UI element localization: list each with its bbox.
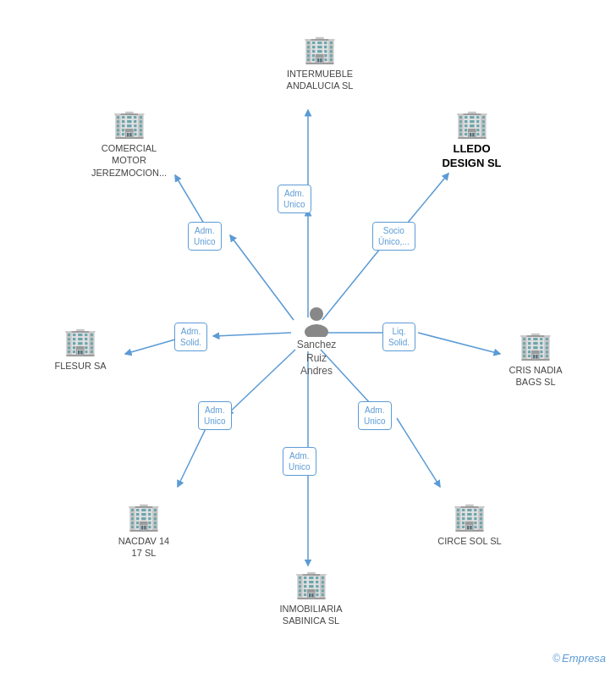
- role-badge-comercial[interactable]: Adm.Unico: [188, 222, 222, 251]
- building-icon-nacdav: 🏢: [129, 501, 159, 532]
- company-flesur[interactable]: 🏢 FLESUR SA: [47, 326, 114, 372]
- company-intermueble[interactable]: 🏢 INTERMUEBLEANDALUCIA SL: [282, 34, 358, 92]
- role-badge-nacdav[interactable]: Adm.Unico: [198, 401, 232, 430]
- company-inmobiliaria[interactable]: 🏢 INMOBILIARIASABINICA SL: [271, 569, 351, 627]
- svg-line-3: [175, 175, 204, 223]
- company-comercial[interactable]: 🏢 COMERCIALMOTORJEREZMOCION...: [89, 108, 169, 179]
- role-text-crisnadia: Liq.Solid.: [382, 323, 415, 351]
- center-person-node[interactable]: Sanchez Ruiz Andres: [291, 303, 342, 378]
- role-badge-inmobiliaria[interactable]: Adm.Unico: [283, 447, 316, 476]
- role-badge-crisnadia[interactable]: Liq.Solid.: [382, 323, 415, 351]
- building-icon-circe: 🏢: [454, 501, 485, 532]
- company-label-inmobiliaria: INMOBILIARIASABINICA SL: [280, 603, 343, 627]
- svg-line-5: [407, 174, 448, 223]
- role-text-lledo: SocioÚnico,...: [372, 222, 415, 251]
- svg-line-9: [418, 333, 500, 354]
- building-icon-lledo: 🏢: [457, 108, 487, 139]
- graph-container: Sanchez Ruiz Andres 🏢 INTERMUEBLEANDALUC…: [0, 0, 616, 673]
- role-text-flesur: Adm.Solid.: [174, 323, 207, 351]
- company-label-intermueble: INTERMUEBLEANDALUCIA SL: [287, 68, 354, 92]
- company-label-circe: CIRCE SOL SL: [437, 535, 501, 547]
- role-badge-lledo[interactable]: SocioÚnico,...: [372, 222, 415, 251]
- company-label-lledo: LLEDODESIGN SL: [442, 142, 501, 171]
- company-label-crisnadia: CRIS NADIABAGS SL: [509, 364, 563, 389]
- company-lledo[interactable]: 🏢 LLEDODESIGN SL: [432, 108, 512, 171]
- company-label-flesur: FLESUR SA: [54, 360, 106, 372]
- company-label-nacdav: NACDAV 1417 SL: [118, 535, 169, 560]
- company-circe[interactable]: 🏢 CIRCE SOL SL: [432, 501, 508, 547]
- building-icon-intermueble: 🏢: [305, 34, 335, 64]
- role-badge-circe[interactable]: Adm.Unico: [358, 401, 392, 430]
- watermark-text: Empresa: [562, 652, 606, 665]
- building-icon-inmobiliaria: 🏢: [296, 569, 327, 599]
- center-person-label: Sanchez Ruiz Andres: [291, 339, 342, 378]
- svg-point-17: [305, 324, 328, 337]
- building-icon-comercial: 🏢: [114, 108, 145, 139]
- role-text-circe: Adm.Unico: [358, 401, 392, 430]
- company-label-comercial: COMERCIALMOTORJEREZMOCION...: [91, 142, 167, 179]
- copyright-symbol: ©: [553, 653, 560, 665]
- role-text-intermueble: Adm.Unico: [278, 185, 311, 213]
- person-icon: [300, 303, 333, 337]
- svg-line-10: [227, 350, 295, 415]
- role-badge-intermueble[interactable]: Adm.Unico: [278, 185, 311, 213]
- building-icon-crisnadia: 🏢: [520, 330, 551, 361]
- svg-line-2: [230, 235, 294, 320]
- role-badge-flesur[interactable]: Adm.Solid.: [174, 323, 207, 351]
- role-text-nacdav: Adm.Unico: [198, 401, 232, 430]
- building-icon-flesur: 🏢: [65, 326, 96, 356]
- watermark: © Empresa: [553, 652, 606, 665]
- svg-line-6: [213, 333, 291, 336]
- svg-point-16: [310, 307, 323, 321]
- svg-line-13: [397, 418, 440, 487]
- company-nacdav[interactable]: 🏢 NACDAV 1417 SL: [106, 501, 182, 560]
- role-text-comercial: Adm.Unico: [188, 222, 222, 251]
- company-crisnadia[interactable]: 🏢 CRIS NADIABAGS SL: [498, 330, 574, 389]
- role-text-inmobiliaria: Adm.Unico: [283, 447, 316, 476]
